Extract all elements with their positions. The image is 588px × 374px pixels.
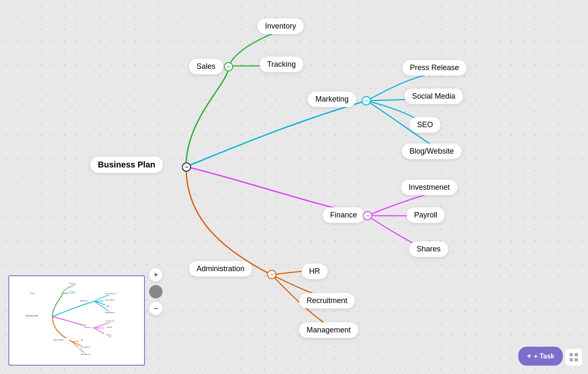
finance-collapse[interactable]: −	[363, 211, 372, 220]
svg-text:Administration: Administration	[53, 339, 64, 341]
svg-text:Investmenet: Investmenet	[106, 320, 115, 322]
zoom-in-button[interactable]: +	[149, 268, 163, 282]
sales-collapse[interactable]: −	[224, 62, 233, 71]
zoom-indicator	[149, 285, 163, 298]
inventory-node[interactable]: Inventory	[257, 18, 304, 34]
svg-text:Shares: Shares	[106, 334, 112, 336]
svg-text:Tracking: Tracking	[69, 291, 75, 293]
svg-text:Recruitment: Recruitment	[81, 346, 90, 348]
hr-node[interactable]: HR	[302, 264, 328, 279]
zoom-controls: + −	[149, 268, 163, 315]
svg-rect-37	[575, 358, 578, 361]
investmenet-node[interactable]: Investmenet	[401, 180, 457, 195]
svg-text:Press Release: Press Release	[105, 293, 116, 295]
svg-text:Sales: Sales	[31, 292, 35, 294]
administration-collapse[interactable]: −	[267, 270, 276, 279]
svg-rect-35	[575, 353, 578, 356]
svg-text:Marketing: Marketing	[80, 300, 88, 302]
business-plan-collapse[interactable]: −	[182, 162, 191, 172]
svg-text:Inventory: Inventory	[69, 283, 76, 285]
management-node[interactable]: Management	[299, 322, 358, 338]
business-plan-node[interactable]: Business Plan	[90, 157, 163, 173]
svg-text:Management: Management	[81, 353, 91, 355]
svg-rect-34	[570, 353, 573, 356]
press-release-node[interactable]: Press Release	[402, 60, 467, 76]
svg-text:Social Media: Social Media	[105, 299, 115, 301]
add-task-button[interactable]: + + Task	[518, 347, 563, 366]
plus-icon: +	[527, 352, 531, 361]
sales-node[interactable]: Sales	[189, 59, 223, 74]
svg-text:Finance: Finance	[84, 326, 91, 328]
finance-node[interactable]: Finance	[323, 207, 365, 223]
minimap: Sales Inventory Tracking Marketing Press…	[8, 275, 145, 366]
svg-text:Business Plan: Business Plan	[26, 315, 38, 317]
marketing-collapse[interactable]: −	[362, 96, 371, 105]
svg-text:Blog/Website: Blog/Website	[105, 311, 115, 314]
zoom-out-button[interactable]: −	[149, 302, 163, 315]
seo-node[interactable]: SEO	[410, 117, 441, 133]
svg-text:HR: HR	[81, 339, 83, 341]
payroll-node[interactable]: Payroll	[407, 207, 445, 223]
administration-node[interactable]: Administration	[189, 261, 252, 277]
social-media-node[interactable]: Social Media	[404, 89, 463, 104]
svg-text:Payroll: Payroll	[107, 326, 112, 328]
svg-text:SEO: SEO	[106, 305, 110, 307]
grid-view-button[interactable]	[565, 349, 582, 366]
recruitment-node[interactable]: Recruitment	[299, 293, 355, 309]
shares-node[interactable]: Shares	[409, 241, 448, 257]
blog-website-node[interactable]: Blog/Website	[402, 144, 462, 159]
tracking-node[interactable]: Tracking	[260, 57, 303, 72]
marketing-node[interactable]: Marketing	[308, 92, 356, 107]
svg-rect-36	[570, 358, 573, 361]
